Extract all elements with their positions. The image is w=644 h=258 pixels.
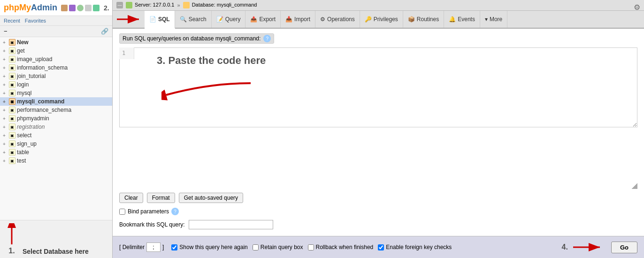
foreign-key-option: Enable foreign key checks [378,244,452,250]
database-list: + ▣ New + ▣ get + ▣ image_upload + ▣ inf… [0,37,112,220]
bind-params-label: Bind parameters [128,208,169,215]
list-item[interactable]: + ▣ mysql [0,89,112,97]
list-item[interactable]: + ▣ select [0,131,112,140]
minus-icon[interactable]: − [4,28,8,35]
options-group: Show this query here again Retain query … [171,244,554,250]
more-tab-icon: ▾ [485,16,488,23]
list-item[interactable]: + ▣ table [0,148,112,156]
list-item[interactable]: + ▣ image_upload [0,55,112,63]
breadcrumb-sep: » [177,2,180,8]
format-button[interactable]: Format [147,193,175,203]
step1-num: 1. [8,247,15,255]
db-text: Database: mysqli_command [192,2,257,8]
tab-import[interactable]: 📥 Import [281,11,315,28]
settings-icon [85,5,92,11]
sql-header-bar: Run SQL query/queries on database mysqli… [119,33,274,44]
events-tab-icon: 🔔 [449,16,456,23]
bookmark-row: Bookmark this SQL query: [119,220,637,229]
retain-query-label: Retain query box [261,244,303,250]
routines-tab-icon: 📦 [408,16,415,23]
go-button[interactable]: Go [611,242,637,253]
list-item[interactable]: + ▣ registration [0,123,112,131]
retain-query-option: Retain query box [253,244,303,250]
db-folder-icon: ▣ [9,132,15,139]
logo-php: php [4,3,19,12]
window-close-button[interactable]: — [116,2,123,8]
step1-arrow [5,223,19,247]
show-query-checkbox[interactable] [171,244,177,250]
list-item[interactable]: + ▣ join_tutorial [0,72,112,80]
sidebar: phpMyAdmin 2. Recent Favorites − 🔗 [0,0,113,258]
db-label: table [17,149,29,156]
tab-sql[interactable]: 📄 SQL [145,11,175,29]
db-label: performance_schema [17,107,71,113]
tab-operations[interactable]: ⚙ Operations [315,11,360,28]
favorites-link[interactable]: Favorites [25,18,46,23]
list-item[interactable]: + ▣ sign_up [0,140,112,148]
delimiter-input[interactable] [146,242,161,252]
foreign-key-checkbox[interactable] [378,244,384,250]
sql-header-text: Run SQL query/queries on database mysqli… [123,35,261,42]
step1-annotation: 1. Select Database here [0,220,112,258]
db-folder-icon: ▣ [9,47,15,54]
tab-events[interactable]: 🔔 Events [444,11,480,28]
step4-num: 4. [562,243,568,251]
expand-icon: + [3,65,8,70]
db-folder-icon: ▣ [9,98,15,105]
show-query-option: Show this query here again [171,244,247,250]
query-tab-icon: 📝 [216,16,223,23]
list-item[interactable]: + ▣ phpmyadmin [0,114,112,123]
expand-icon: + [3,74,8,79]
rollback-checkbox[interactable] [308,244,314,250]
tab-search[interactable]: 🔍 Search [175,11,212,28]
expand-icon: + [3,141,8,147]
tab-export[interactable]: 📤 Export [245,11,281,28]
privileges-tab-icon: 🔑 [365,16,372,23]
tab-query[interactable]: 📝 Query [212,11,246,28]
db-folder-icon: ▣ [9,90,15,96]
tab-privileges[interactable]: 🔑 Privileges [360,11,403,28]
retain-query-checkbox[interactable] [253,244,259,250]
bind-params-help-icon[interactable]: ? [171,208,179,215]
bookmark-input[interactable] [189,220,273,229]
info-icon [77,5,84,11]
expand-icon: + [3,125,8,130]
list-item[interactable]: + ▣ New [0,38,112,47]
autosave-button[interactable]: Get auto-saved query [179,193,243,203]
export-tab-icon: 📤 [250,16,257,23]
sql-editor[interactable] [119,47,637,127]
bind-params-checkbox[interactable] [119,209,125,215]
list-item[interactable]: + ▣ login [0,80,112,89]
link-icon[interactable]: 🔗 [101,28,108,35]
topbar: — Server: 127.0.0.1 » Database: mysqli_c… [113,0,644,11]
resize-handle[interactable] [632,183,637,189]
list-item-selected[interactable]: + ▣ mysqli_command [0,97,112,106]
more-tab-label: More [490,16,502,23]
rollback-option: Rollback when finished [308,244,374,250]
privileges-tab-label: Privileges [374,16,398,23]
tab-more[interactable]: ▾ More [480,11,507,28]
step2-arrow-container [113,11,145,28]
db-folder-icon: ▣ [9,107,15,113]
recent-link[interactable]: Recent [4,18,20,23]
list-item[interactable]: + ▣ test [0,156,112,165]
tab-routines[interactable]: 📦 Routines [403,11,444,28]
step4-arrow-svg [571,240,604,254]
expand-icon: + [3,99,8,104]
expand-icon: + [3,48,8,54]
sql-buttons: Clear Format Get auto-saved query [119,193,637,203]
db-label: select [17,132,31,139]
list-item[interactable]: + ▣ information_schema [0,63,112,72]
clear-button[interactable]: Clear [119,193,143,203]
delimiter-open-label: [ Delimiter [119,244,145,250]
list-item[interactable]: + ▣ get [0,47,112,55]
db-label: join_tutorial [17,73,46,79]
delimiter-close-label: ] [162,244,164,250]
tabbar: 📄 SQL 🔍 Search 📝 Query 📤 Export 📥 Import… [113,11,644,29]
list-item[interactable]: + ▣ performance_schema [0,106,112,114]
db-label: login [17,81,29,88]
db-label: phpmyadmin [17,115,49,122]
help-icon[interactable]: ? [263,35,271,42]
db-label: mysql [17,90,31,96]
db-folder-icon: ▣ [9,149,15,156]
